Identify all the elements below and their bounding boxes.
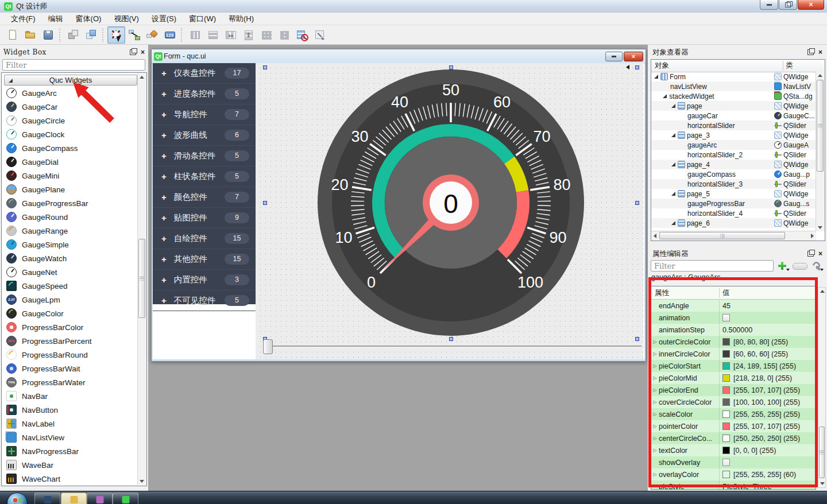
- break-layout-button[interactable]: [293, 26, 311, 44]
- scrollbar-thumb[interactable]: [819, 427, 825, 478]
- expanded-icon[interactable]: [671, 162, 676, 167]
- nav-item-贴图控件[interactable]: +贴图控件9: [153, 208, 256, 228]
- taskbar-button-2[interactable]: [61, 493, 87, 504]
- tree-row-page[interactable]: pageQWidge: [651, 101, 816, 111]
- tree-row-gaugeCar[interactable]: gaugeCarGaugeC...: [651, 111, 816, 121]
- tree-row-Form[interactable]: FormQWidge: [651, 72, 816, 82]
- widget-box-item-GaugeArc[interactable]: GaugeArc: [2, 86, 136, 100]
- horizontal-slider-handle[interactable]: [263, 339, 273, 354]
- widget-box-item-ProgressBarWait[interactable]: ProgressBarWait: [2, 362, 136, 375]
- nav-item-导航控件[interactable]: +导航控件7: [153, 104, 256, 125]
- tree-row-page_5[interactable]: page_5QWidge: [651, 189, 816, 199]
- expanded-icon[interactable]: [671, 191, 676, 196]
- taskbar[interactable]: [0, 491, 827, 504]
- widget-box-item-ProgressBarColor[interactable]: ProgressBarColor: [2, 320, 136, 334]
- tree-row-gaugeProgressBar[interactable]: gaugeProgressBarGaug...s: [651, 199, 816, 208]
- widget-box-scrollbar[interactable]: [137, 73, 146, 485]
- form-minimize-button[interactable]: [605, 52, 623, 61]
- widget-box-item-GaugeSpeed[interactable]: GaugeSpeed: [2, 279, 136, 293]
- selection-handle-bottom-center[interactable]: [449, 337, 453, 341]
- form-canvas[interactable]: 01020304050607080901000: [256, 63, 643, 359]
- tree-row-page_3[interactable]: page_3QWidge: [651, 130, 816, 140]
- expanded-icon[interactable]: [671, 133, 676, 138]
- tree-row-horizontalSlider[interactable]: horizontalSliderQSlider: [651, 121, 816, 130]
- selection-handle-bottom-right[interactable]: [635, 337, 639, 341]
- tree-row-horizontalSlider_2[interactable]: horizontalSlider_2QSlider: [651, 150, 816, 160]
- form-close-button[interactable]: ×: [624, 52, 643, 61]
- nav-item-内置控件[interactable]: +内置控件3: [153, 270, 256, 290]
- restore-button[interactable]: [779, 0, 797, 10]
- selection-handle-top-left[interactable]: [263, 65, 267, 69]
- tree-row-navListView[interactable]: navListViewNavListV: [651, 82, 816, 91]
- new-form-button[interactable]: [3, 26, 21, 44]
- scroll-right-icon[interactable]: [811, 234, 814, 238]
- menu-item-编辑[interactable]: 编辑: [42, 13, 69, 25]
- category-header-quc-widgets[interactable]: Quc Widgets: [4, 75, 137, 86]
- object-inspector-vscrollbar[interactable]: [816, 72, 825, 231]
- close-dock-icon[interactable]: ×: [141, 49, 145, 55]
- tree-row-horizontalSlider_4[interactable]: horizontalSlider_4QSlider: [651, 208, 816, 218]
- scroll-down-icon[interactable]: [818, 226, 822, 229]
- widget-box-item-NavProgressBar[interactable]: NavProgressBar: [2, 444, 136, 458]
- layout-horizontal-button[interactable]: [186, 26, 204, 44]
- menu-item-文件(F)[interactable]: 文件(F): [5, 13, 42, 25]
- widget-box-item-GaugeCircle[interactable]: GaugeCircle: [2, 114, 136, 127]
- start-button[interactable]: [7, 493, 28, 504]
- object-inspector-hscrollbar[interactable]: [651, 231, 816, 241]
- nav-item-滑动条控件[interactable]: +滑动条控件5: [153, 146, 256, 166]
- nav-item-其他控件[interactable]: +其他控件15: [153, 249, 256, 270]
- taskbar-button-1[interactable]: [34, 493, 60, 504]
- property-editor-vscrollbar[interactable]: [818, 287, 826, 488]
- menu-item-视图(V)[interactable]: 视图(V): [107, 13, 145, 25]
- selection-handle-mid-right[interactable]: [635, 201, 639, 205]
- widget-box-item-NavBar[interactable]: NavBar: [2, 389, 136, 403]
- menu-item-窗口(W)[interactable]: 窗口(W): [183, 13, 222, 25]
- widget-box-item-GaugeCar[interactable]: GaugeCar: [2, 100, 136, 114]
- splitter-vertical-button[interactable]: [239, 26, 257, 44]
- widget-box-item-WaveBar[interactable]: WaveBar: [2, 458, 136, 472]
- widget-box-item-GaugeColor[interactable]: GaugeColor: [2, 307, 136, 320]
- widget-box-item-NavListView[interactable]: NavListView: [2, 431, 136, 444]
- widget-box-item-GaugeRound[interactable]: GaugeRound: [2, 210, 136, 224]
- selection-handle-mid-left[interactable]: [263, 201, 267, 205]
- widget-box-item-ProgressBarRound[interactable]: ProgressBarRound: [2, 348, 136, 362]
- widget-box-item-NavButton[interactable]: NavButton: [2, 403, 136, 417]
- scroll-left-icon[interactable]: [654, 234, 656, 238]
- tree-row-horizontalSlider_3[interactable]: horizontalSlider_3QSlider: [651, 179, 816, 189]
- float-dock-icon[interactable]: [130, 49, 136, 55]
- taskbar-button-4[interactable]: [113, 493, 138, 504]
- window-titlebar[interactable]: Qt Qt 设计师 ×: [0, 0, 827, 13]
- scrollbar-thumb[interactable]: [817, 80, 824, 172]
- layout-form-button[interactable]: [275, 26, 293, 44]
- widget-box-item-GaugeClock[interactable]: GaugeClock: [2, 127, 136, 141]
- widget-box-item-ProgressBarPercent[interactable]: 60%ProgressBarPercent: [2, 334, 136, 348]
- add-dynamic-property-button[interactable]: [775, 259, 789, 272]
- close-button[interactable]: ×: [798, 0, 824, 10]
- gauge-arc-widget[interactable]: 01020304050607080901000: [256, 63, 643, 359]
- expanded-icon[interactable]: [671, 220, 676, 226]
- minimize-button[interactable]: [760, 0, 778, 10]
- tree-row-gaugeCompass[interactable]: gaugeCompassGaug...p: [651, 169, 816, 179]
- edit-widgets-button[interactable]: [107, 26, 125, 44]
- scroll-up-icon[interactable]: [140, 76, 144, 79]
- save-form-button[interactable]: [39, 26, 57, 44]
- nav-item-不可见控件[interactable]: +不可见控件5: [153, 290, 256, 311]
- expanded-icon[interactable]: [671, 103, 676, 108]
- layout-grid-button[interactable]: [257, 26, 275, 44]
- nav-item-柱状条控件[interactable]: +柱状条控件5: [153, 166, 256, 187]
- layout-vertical-button[interactable]: [204, 26, 222, 44]
- scroll-down-icon[interactable]: [820, 482, 825, 485]
- nav-item-进度条控件[interactable]: +进度条控件5: [153, 84, 256, 104]
- remove-dynamic-property-button[interactable]: [793, 263, 807, 270]
- float-dock-icon[interactable]: [807, 251, 814, 257]
- close-dock-icon[interactable]: ×: [818, 251, 822, 257]
- widget-box-item-GaugeCompass[interactable]: GaugeCompass: [2, 141, 136, 155]
- selection-handle-top-right[interactable]: [635, 65, 639, 69]
- configure-property-editor-button[interactable]: [809, 259, 823, 272]
- widget-box-item-GaugeRange[interactable]: GaugeRange: [2, 224, 136, 238]
- tree-row-page_4[interactable]: page_4QWidge: [651, 160, 816, 169]
- scrollbar-thumb[interactable]: [138, 239, 145, 318]
- scroll-down-icon[interactable]: [140, 480, 144, 483]
- widget-box-item-GaugeDial[interactable]: GaugeDial: [2, 155, 136, 169]
- widget-box-item-ProgressBarWater[interactable]: 74%ProgressBarWater: [2, 375, 136, 389]
